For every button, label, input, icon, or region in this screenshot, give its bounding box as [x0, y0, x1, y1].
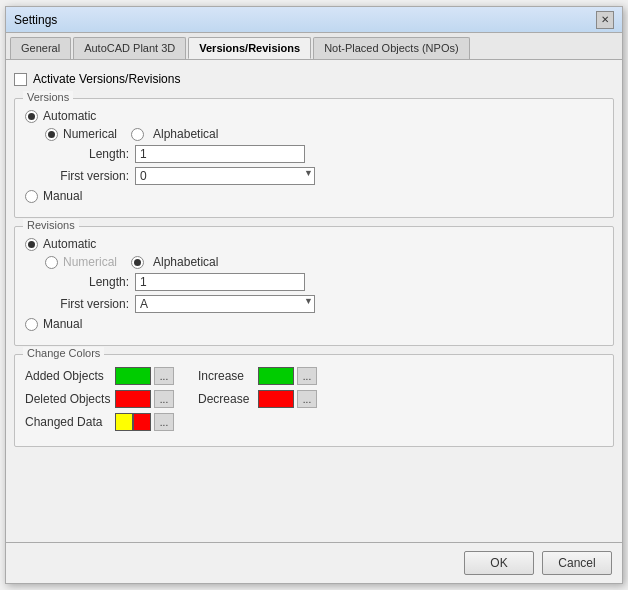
changed-data-swatch-right[interactable]: [133, 413, 151, 431]
versions-first-version-select[interactable]: 0: [135, 167, 315, 185]
revisions-numerical-row: Numerical Alphabetical: [45, 255, 603, 269]
changed-data-ellipsis[interactable]: ...: [154, 413, 174, 431]
versions-numerical-label: Numerical: [63, 127, 117, 141]
versions-first-version-row: First version: 0 ▼: [49, 167, 603, 185]
revisions-first-version-label: First version:: [49, 297, 129, 311]
activate-checkbox[interactable]: [14, 73, 27, 86]
increase-swatch[interactable]: [258, 367, 294, 385]
revisions-manual-label: Manual: [43, 317, 82, 331]
versions-automatic-radio[interactable]: [25, 110, 38, 123]
activate-row: Activate Versions/Revisions: [14, 68, 614, 90]
increase-label: Increase: [198, 369, 258, 383]
decrease-label: Decrease: [198, 392, 258, 406]
cancel-button[interactable]: Cancel: [542, 551, 612, 575]
added-objects-label: Added Objects: [25, 369, 115, 383]
versions-first-version-wrapper: 0 ▼: [135, 167, 315, 185]
settings-dialog: Settings ✕ General AutoCAD Plant 3D Vers…: [5, 6, 623, 584]
changed-data-swatch-left[interactable]: [115, 413, 133, 431]
revisions-numerical-radio[interactable]: [45, 256, 58, 269]
versions-length-input[interactable]: [135, 145, 305, 163]
change-colors-title: Change Colors: [23, 347, 104, 359]
tab-autocad[interactable]: AutoCAD Plant 3D: [73, 37, 186, 59]
versions-group-content: Automatic Numerical Alphabetical Length:…: [25, 109, 603, 203]
versions-length-row: Length:: [49, 145, 603, 163]
versions-manual-radio[interactable]: [25, 190, 38, 203]
tab-npo[interactable]: Not-Placed Objects (NPOs): [313, 37, 469, 59]
revisions-automatic-label: Automatic: [43, 237, 96, 251]
bottom-bar: OK Cancel: [6, 542, 622, 583]
versions-automatic-row: Automatic: [25, 109, 603, 123]
versions-manual-row: Manual: [25, 189, 603, 203]
revisions-length-input[interactable]: [135, 273, 305, 291]
deleted-objects-swatch[interactable]: [115, 390, 151, 408]
versions-length-label: Length:: [49, 147, 129, 161]
changed-data-row: Changed Data ...: [25, 413, 603, 431]
versions-group-title: Versions: [23, 91, 73, 103]
versions-alphabetical-label: Alphabetical: [153, 127, 218, 141]
added-objects-row: Added Objects ... Increase ...: [25, 367, 603, 385]
revisions-group-content: Automatic Numerical Alphabetical Length:…: [25, 237, 603, 331]
revisions-first-version-row: First version: A ▼: [49, 295, 603, 313]
revisions-length-row: Length:: [49, 273, 603, 291]
added-objects-ellipsis[interactable]: ...: [154, 367, 174, 385]
revisions-numerical-label: Numerical: [63, 255, 117, 269]
deleted-objects-row: Deleted Objects ... Decrease ...: [25, 390, 603, 408]
tab-general[interactable]: General: [10, 37, 71, 59]
title-bar: Settings ✕: [6, 7, 622, 33]
versions-numerical-row: Numerical Alphabetical: [45, 127, 603, 141]
revisions-group-title: Revisions: [23, 219, 79, 231]
change-colors-group: Change Colors Added Objects ... Increase…: [14, 354, 614, 447]
revisions-alphabetical-label: Alphabetical: [153, 255, 218, 269]
changed-data-label: Changed Data: [25, 415, 115, 429]
close-button[interactable]: ✕: [596, 11, 614, 29]
tab-content: Activate Versions/Revisions Versions Aut…: [6, 60, 622, 542]
decrease-ellipsis[interactable]: ...: [297, 390, 317, 408]
versions-manual-label: Manual: [43, 189, 82, 203]
versions-automatic-label: Automatic: [43, 109, 96, 123]
change-colors-content: Added Objects ... Increase ... Deleted O…: [25, 367, 603, 431]
versions-alphabetical-radio[interactable]: [131, 128, 144, 141]
revisions-manual-row: Manual: [25, 317, 603, 331]
added-increase-group: Increase ...: [198, 367, 317, 385]
increase-ellipsis[interactable]: ...: [297, 367, 317, 385]
revisions-alphabetical-radio[interactable]: [131, 256, 144, 269]
ok-button[interactable]: OK: [464, 551, 534, 575]
versions-group: Versions Automatic Numerical Alphabetica…: [14, 98, 614, 218]
activate-label: Activate Versions/Revisions: [33, 72, 180, 86]
revisions-first-version-wrapper: A ▼: [135, 295, 315, 313]
revisions-group: Revisions Automatic Numerical Alphabetic…: [14, 226, 614, 346]
revisions-automatic-row: Automatic: [25, 237, 603, 251]
versions-numerical-radio[interactable]: [45, 128, 58, 141]
deleted-objects-label: Deleted Objects: [25, 392, 115, 406]
revisions-automatic-radio[interactable]: [25, 238, 38, 251]
deleted-objects-ellipsis[interactable]: ...: [154, 390, 174, 408]
revisions-manual-radio[interactable]: [25, 318, 38, 331]
dialog-title: Settings: [14, 13, 57, 27]
tab-bar: General AutoCAD Plant 3D Versions/Revisi…: [6, 33, 622, 60]
revisions-first-version-select[interactable]: A: [135, 295, 315, 313]
added-objects-swatch[interactable]: [115, 367, 151, 385]
revisions-length-label: Length:: [49, 275, 129, 289]
tab-versions[interactable]: Versions/Revisions: [188, 37, 311, 59]
versions-first-version-label: First version:: [49, 169, 129, 183]
deleted-decrease-group: Decrease ...: [198, 390, 317, 408]
decrease-swatch[interactable]: [258, 390, 294, 408]
